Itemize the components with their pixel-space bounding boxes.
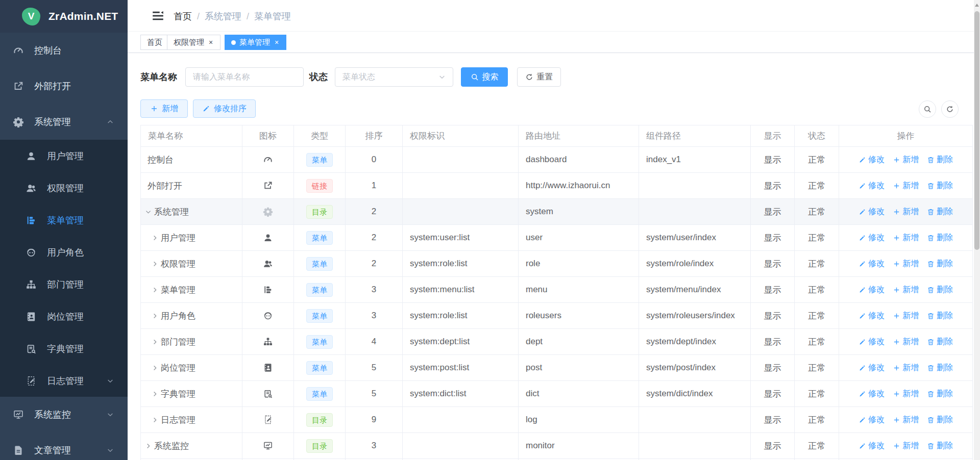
sidebar-item-monitor[interactable]: 系统监控 (0, 397, 128, 432)
refresh-table-button[interactable] (941, 100, 959, 118)
visible-cell: 显示 (751, 147, 795, 173)
sidebar-item-external[interactable]: 外部打开 (0, 68, 128, 104)
sidebar-item-dept[interactable]: 部门管理 (0, 268, 128, 300)
column-header: 状态 (795, 125, 839, 147)
delete-link[interactable]: 删除 (927, 311, 953, 321)
order-cell: 3 (346, 303, 403, 329)
scrollbar-up-arrow[interactable] (974, 2, 979, 8)
search-button[interactable]: 搜索 (461, 67, 508, 87)
search-icon (471, 73, 479, 81)
expand-closed-icon[interactable] (145, 443, 152, 449)
sidebar-item-system[interactable]: 系统管理 (0, 104, 128, 140)
type-tag: 菜单 (306, 153, 333, 167)
expand-open-icon[interactable] (145, 209, 152, 215)
add-link[interactable]: 新增 (893, 311, 919, 321)
add-button-label: 新增 (162, 104, 178, 114)
add-link[interactable]: 新增 (893, 285, 919, 295)
expand-closed-icon[interactable] (152, 261, 158, 267)
menu-tree-icon (242, 285, 293, 295)
sidebar-item-dict[interactable]: 字典管理 (0, 333, 128, 365)
sitemap-icon (242, 337, 293, 347)
add-link[interactable]: 新增 (893, 155, 919, 165)
add-link[interactable]: 新增 (893, 181, 919, 191)
expand-closed-icon[interactable] (152, 235, 158, 241)
close-icon[interactable]: × (274, 38, 280, 46)
sidebar-item-user[interactable]: 用户管理 (0, 140, 128, 172)
expand-closed-icon[interactable] (152, 365, 158, 371)
sort-edit-button[interactable]: 修改排序 (193, 99, 256, 118)
add-link[interactable]: 新增 (893, 389, 919, 399)
delete-link[interactable]: 删除 (927, 155, 953, 165)
table-row-role: 权限管理菜单2system:role:listrolesystem/role/i… (141, 251, 973, 277)
plus-icon (150, 105, 158, 113)
action-label: 修改 (868, 155, 885, 165)
sidebar-fold-icon[interactable] (151, 9, 165, 22)
add-link[interactable]: 新增 (893, 259, 919, 269)
sidebar-item-article[interactable]: 文章管理 (0, 432, 128, 460)
expand-closed-icon[interactable] (152, 313, 158, 319)
edit-link[interactable]: 修改 (859, 337, 885, 347)
table-row-dict: 字典管理菜单5system:dict:listdictsystem/dict/i… (141, 381, 973, 407)
add-link[interactable]: 新增 (893, 337, 919, 347)
tab-home[interactable]: 首页 (140, 35, 169, 50)
menu-name: 外部打开 (148, 180, 182, 192)
pencil-icon (859, 260, 866, 268)
add-link[interactable]: 新增 (893, 233, 919, 243)
breadcrumb-separator: / (247, 11, 249, 22)
reset-button[interactable]: 重置 (517, 67, 561, 87)
add-button[interactable]: 新增 (140, 99, 188, 118)
delete-link[interactable]: 删除 (927, 259, 953, 269)
close-icon[interactable]: × (208, 38, 214, 46)
page-scrollbar[interactable] (974, 0, 980, 460)
expand-closed-icon[interactable] (152, 339, 158, 345)
add-link[interactable]: 新增 (893, 441, 919, 451)
menu-status-select[interactable]: 菜单状态 (335, 67, 453, 87)
edit-link[interactable]: 修改 (859, 207, 885, 217)
scrollbar-thumb[interactable] (974, 11, 979, 250)
sidebar-item-post[interactable]: 岗位管理 (0, 300, 128, 333)
perm-cell (403, 407, 519, 433)
delete-link[interactable]: 删除 (927, 415, 953, 425)
add-link[interactable]: 新增 (893, 363, 919, 373)
sidebar-item-log[interactable]: 日志管理 (0, 365, 128, 397)
edit-link[interactable]: 修改 (859, 363, 885, 373)
route-cell: dashboard (519, 147, 639, 173)
expand-closed-icon[interactable] (152, 391, 158, 397)
edit-link[interactable]: 修改 (859, 181, 885, 191)
expand-closed-icon[interactable] (152, 417, 158, 423)
delete-link[interactable]: 删除 (927, 441, 953, 451)
menu-name-input[interactable] (185, 67, 304, 87)
visible-cell: 显示 (751, 381, 795, 407)
edit-link[interactable]: 修改 (859, 389, 885, 399)
delete-link[interactable]: 删除 (927, 207, 953, 217)
edit-link[interactable]: 修改 (859, 155, 885, 165)
edit-link[interactable]: 修改 (859, 285, 885, 295)
delete-link[interactable]: 删除 (927, 337, 953, 347)
tab-role[interactable]: 权限管理× (167, 35, 220, 50)
delete-link[interactable]: 删除 (927, 181, 953, 191)
tab-menu[interactable]: 菜单管理× (225, 35, 286, 50)
edit-link[interactable]: 修改 (859, 259, 885, 269)
delete-link[interactable]: 删除 (927, 363, 953, 373)
toggle-search-button[interactable] (919, 100, 936, 118)
trash-icon (927, 416, 935, 424)
edit-link[interactable]: 修改 (859, 311, 885, 321)
edit-link[interactable]: 修改 (859, 441, 885, 451)
delete-link[interactable]: 删除 (927, 285, 953, 295)
add-link[interactable]: 新增 (893, 207, 919, 217)
breadcrumb-home[interactable]: 首页 (174, 10, 192, 22)
expand-closed-icon[interactable] (152, 287, 158, 293)
add-link[interactable]: 新增 (893, 415, 919, 425)
sidebar-item-label: 日志管理 (47, 375, 84, 387)
edit-link[interactable]: 修改 (859, 233, 885, 243)
delete-link[interactable]: 删除 (927, 233, 953, 243)
app-logo[interactable]: V ZrAdmin.NET (0, 0, 128, 33)
sidebar-item-roleusers[interactable]: 用户角色 (0, 236, 128, 268)
edit-link[interactable]: 修改 (859, 415, 885, 425)
sidebar-item-dashboard[interactable]: 控制台 (0, 33, 128, 68)
sidebar-item-role[interactable]: 权限管理 (0, 172, 128, 204)
menu-table: 菜单名称图标类型排序权限标识路由地址组件路径显示状态操作 控制台菜单0dashb… (140, 125, 972, 460)
order-cell: 2 (346, 199, 403, 225)
sidebar-item-menu[interactable]: 菜单管理 (0, 204, 128, 236)
delete-link[interactable]: 删除 (927, 389, 953, 399)
